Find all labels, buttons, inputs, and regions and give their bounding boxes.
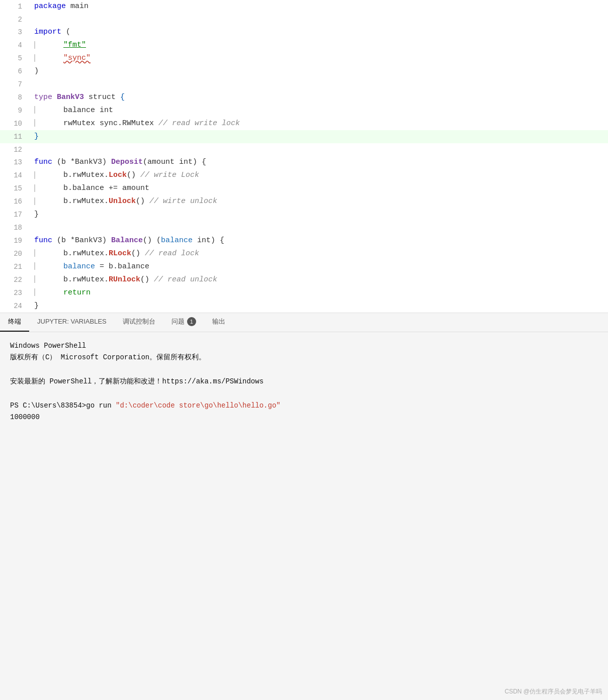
terminal-line [10, 388, 598, 400]
terminal-line: PS C:\Users\83854>go run "d:\coder\code … [10, 400, 598, 412]
code-line: 10rwMutex sync.RWMutex // read write loc… [0, 117, 608, 130]
balance-blue-token: balance [63, 262, 95, 271]
line-code: b.rwMutex.RUnlock() // read unlock [30, 273, 608, 286]
normal-token: } [34, 302, 39, 310]
str-green-token: "fmt" [63, 41, 86, 49]
line-number: 18 [0, 221, 30, 234]
panel-tab-output[interactable]: 输出 [204, 313, 233, 332]
line-code: type BankV3 struct { [30, 91, 608, 104]
line-code: "sync" [30, 52, 608, 65]
line-number: 19 [0, 234, 30, 247]
method-name-token: RUnlock [109, 275, 140, 284]
code-line: 19func (b *BankV3) Balance() (balance in… [0, 234, 608, 247]
code-line: 9balance int [0, 104, 608, 117]
code-line: 7 [0, 78, 608, 90]
panel-area: 终端JUPYTER: VARIABLES调试控制台问题1输出 Windows P… [0, 313, 608, 558]
tab-label-terminal: 终端 [8, 317, 21, 326]
line-code: return [30, 286, 608, 299]
line-number: 7 [0, 78, 30, 90]
terminal-line [10, 364, 598, 376]
method-name-token: Unlock [109, 197, 136, 206]
normal-token: () [131, 249, 145, 258]
line-code: func (b *BankV3) Balance() (balance int)… [30, 234, 608, 247]
balance-blue-token: balance [161, 236, 193, 245]
panel-tab-terminal[interactable]: 终端 [0, 313, 29, 332]
normal-token: = b.balance [95, 262, 149, 271]
code-line: 21balance = b.balance [0, 260, 608, 273]
normal-token: () [127, 171, 140, 179]
line-code [30, 13, 608, 26]
panel-tab-problems[interactable]: 问题1 [163, 313, 204, 332]
code-line: 11} [0, 130, 608, 143]
kw-func-name-token: Deposit [111, 158, 143, 166]
line-number: 3 [0, 26, 30, 39]
terminal-line: Windows PowerShell [10, 340, 598, 352]
kw-purple-token: type [34, 93, 52, 102]
normal-token: struct [84, 93, 120, 102]
line-code: package main [30, 0, 608, 13]
tab-badge-problems: 1 [187, 317, 196, 326]
line-number: 6 [0, 65, 30, 78]
normal-token: () [136, 197, 149, 206]
normal-token: (amount int) { [143, 158, 206, 166]
normal-token: } [34, 210, 39, 219]
normal-token: ) [34, 67, 39, 75]
terminal-command: go run [86, 402, 116, 410]
line-number: 4 [0, 39, 30, 52]
normal-token: balance int [63, 106, 113, 115]
line-number: 9 [0, 104, 30, 117]
code-line: 12 [0, 143, 608, 156]
comment-token: // read lock [145, 249, 199, 258]
normal-token: main [66, 2, 89, 11]
comment-token: // read write lock [158, 119, 240, 128]
line-code [30, 143, 608, 156]
normal-token: b.balance += amount [63, 184, 149, 192]
line-code: } [30, 208, 608, 221]
line-number: 20 [0, 247, 30, 260]
code-line: 5"sync" [0, 52, 608, 65]
tab-label-jupyter: JUPYTER: VARIABLES [37, 318, 107, 325]
panel-tab-debug[interactable]: 调试控制台 [115, 313, 163, 332]
struct-name-token: BankV3 [57, 93, 84, 102]
kw-blue-token: package [34, 2, 66, 11]
code-line: 4"fmt" [0, 39, 608, 52]
code-line: 22b.rwMutex.RUnlock() // read unlock [0, 273, 608, 286]
code-line: 6) [0, 65, 608, 78]
line-code: b.rwMutex.RLock() // read lock [30, 247, 608, 260]
line-number: 14 [0, 169, 30, 182]
line-number: 5 [0, 52, 30, 65]
line-code: "fmt" [30, 39, 608, 52]
comment-token: // wirte unlock [149, 197, 217, 206]
line-number: 22 [0, 273, 30, 286]
terminal-output[interactable]: Windows PowerShell版权所有（C） Microsoft Corp… [0, 332, 608, 558]
normal-token: () ( [143, 236, 161, 245]
line-code: ) [30, 65, 608, 78]
panel-tabs: 终端JUPYTER: VARIABLES调试控制台问题1输出 [0, 313, 608, 332]
line-number: 15 [0, 182, 30, 195]
terminal-output-line: 1000000 [10, 412, 598, 424]
code-line: 8type BankV3 struct { [0, 91, 608, 104]
kw-func-name-token: Balance [111, 236, 143, 245]
line-code [30, 221, 608, 234]
code-line: 17} [0, 208, 608, 221]
line-code: b.rwMutex.Lock() // write Lock [30, 169, 608, 182]
line-code: balance = b.balance [30, 260, 608, 273]
line-number: 11 [0, 130, 30, 143]
terminal-line: 安装最新的 PowerShell，了解新功能和改进！https://aka.ms… [10, 376, 598, 388]
normal-token: () [140, 275, 154, 284]
panel-tab-jupyter[interactable]: JUPYTER: VARIABLES [29, 313, 115, 332]
terminal-line: 版权所有（C） Microsoft Corporation。保留所有权利。 [10, 352, 598, 364]
line-number: 16 [0, 195, 30, 208]
kw-blue-token: func [34, 236, 52, 245]
line-number: 24 [0, 299, 30, 313]
normal-token: b.rwMutex. [63, 275, 109, 284]
kw-blue-token: import [34, 28, 61, 36]
line-code: import ( [30, 26, 608, 39]
normal-token: b.rwMutex. [63, 249, 109, 258]
code-line: 15b.balance += amount [0, 182, 608, 195]
watermark: CSDN @仿生程序员会梦见电子羊吗 [504, 687, 602, 696]
comment-token: // read unlock [154, 275, 217, 284]
normal-token: rwMutex sync.RWMutex [63, 119, 158, 128]
line-number: 12 [0, 143, 30, 156]
code-line: 24} [0, 299, 608, 313]
